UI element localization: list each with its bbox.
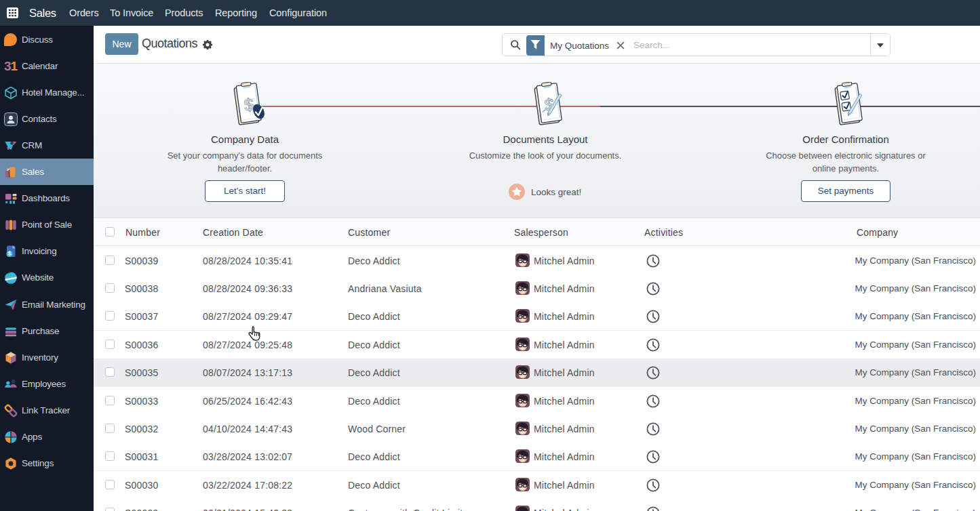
- svg-text:$: $: [8, 251, 12, 258]
